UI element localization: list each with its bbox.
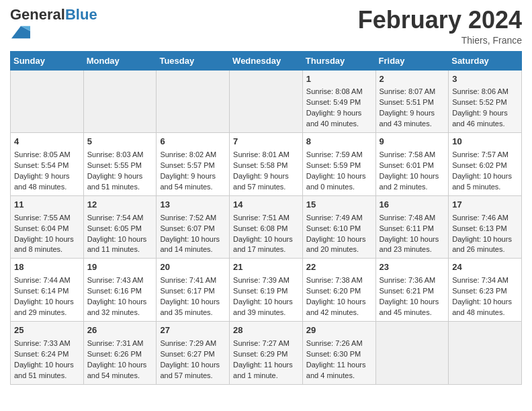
day-number: 2 bbox=[380, 73, 445, 86]
calendar-cell bbox=[230, 70, 303, 133]
day-number: 25 bbox=[14, 324, 80, 337]
day-info: Sunrise: 8:06 AMSunset: 5:52 PMDaylight:… bbox=[452, 87, 518, 130]
day-info: Sunrise: 7:34 AMSunset: 6:23 PMDaylight:… bbox=[452, 275, 518, 318]
day-info: Sunrise: 7:26 AMSunset: 6:30 PMDaylight:… bbox=[306, 338, 372, 381]
day-number: 1 bbox=[306, 73, 372, 86]
day-info: Sunrise: 7:54 AMSunset: 6:05 PMDaylight:… bbox=[87, 213, 153, 256]
day-number: 3 bbox=[452, 73, 518, 86]
calendar-cell: 4Sunrise: 8:05 AMSunset: 5:54 PMDaylight… bbox=[11, 133, 84, 196]
calendar-cell: 6Sunrise: 8:02 AMSunset: 5:57 PMDaylight… bbox=[157, 133, 230, 196]
calendar-cell bbox=[157, 70, 230, 133]
day-number: 7 bbox=[233, 136, 299, 148]
calendar-cell: 3Sunrise: 8:06 AMSunset: 5:52 PMDaylight… bbox=[449, 70, 522, 133]
day-number: 4 bbox=[14, 136, 80, 148]
day-number: 5 bbox=[87, 136, 153, 148]
calendar-cell: 27Sunrise: 7:29 AMSunset: 6:27 PMDayligh… bbox=[157, 321, 230, 384]
day-info: Sunrise: 7:43 AMSunset: 6:16 PMDaylight:… bbox=[87, 275, 153, 318]
day-info: Sunrise: 7:51 AMSunset: 6:08 PMDaylight:… bbox=[233, 213, 299, 256]
day-info: Sunrise: 8:07 AMSunset: 5:51 PMDaylight:… bbox=[380, 87, 445, 130]
day-number: 29 bbox=[306, 324, 372, 337]
calendar-cell: 21Sunrise: 7:39 AMSunset: 6:19 PMDayligh… bbox=[230, 259, 303, 322]
calendar-cell: 9Sunrise: 7:58 AMSunset: 6:01 PMDaylight… bbox=[375, 133, 449, 196]
day-info: Sunrise: 7:59 AMSunset: 5:59 PMDaylight:… bbox=[306, 150, 372, 193]
calendar-cell: 7Sunrise: 8:01 AMSunset: 5:58 PMDaylight… bbox=[230, 133, 303, 196]
day-number: 17 bbox=[452, 199, 518, 212]
calendar-cell bbox=[83, 70, 157, 133]
day-info: Sunrise: 8:03 AMSunset: 5:55 PMDaylight:… bbox=[87, 150, 153, 193]
header-day-friday: Friday bbox=[375, 51, 449, 70]
calendar-cell: 10Sunrise: 7:57 AMSunset: 6:02 PMDayligh… bbox=[449, 133, 522, 196]
day-info: Sunrise: 8:08 AMSunset: 5:49 PMDaylight:… bbox=[306, 87, 372, 130]
calendar-cell: 26Sunrise: 7:31 AMSunset: 6:26 PMDayligh… bbox=[83, 321, 157, 384]
day-info: Sunrise: 7:41 AMSunset: 6:17 PMDaylight:… bbox=[160, 275, 226, 318]
header-day-sunday: Sunday bbox=[11, 51, 84, 70]
header-day-wednesday: Wednesday bbox=[230, 51, 303, 70]
title-block: February 2024 Thiers, France bbox=[358, 7, 522, 46]
calendar-cell bbox=[375, 321, 449, 384]
calendar-cell: 11Sunrise: 7:55 AMSunset: 6:04 PMDayligh… bbox=[11, 195, 84, 259]
calendar-cell bbox=[11, 70, 84, 133]
month-title: February 2024 bbox=[358, 7, 522, 34]
day-number: 22 bbox=[306, 261, 372, 274]
day-number: 8 bbox=[306, 136, 372, 148]
week-row-4: 25Sunrise: 7:33 AMSunset: 6:24 PMDayligh… bbox=[11, 321, 522, 384]
day-info: Sunrise: 7:48 AMSunset: 6:11 PMDaylight:… bbox=[380, 213, 445, 256]
calendar-cell bbox=[449, 321, 522, 384]
day-info: Sunrise: 8:01 AMSunset: 5:58 PMDaylight:… bbox=[233, 150, 299, 193]
week-row-2: 11Sunrise: 7:55 AMSunset: 6:04 PMDayligh… bbox=[11, 195, 522, 259]
calendar-cell: 20Sunrise: 7:41 AMSunset: 6:17 PMDayligh… bbox=[157, 259, 230, 322]
day-number: 14 bbox=[233, 199, 299, 212]
logo-general-text: General bbox=[10, 6, 65, 23]
calendar-cell: 17Sunrise: 7:46 AMSunset: 6:13 PMDayligh… bbox=[449, 195, 522, 259]
day-number: 15 bbox=[306, 199, 372, 212]
day-number: 27 bbox=[160, 324, 226, 337]
calendar-cell: 19Sunrise: 7:43 AMSunset: 6:16 PMDayligh… bbox=[83, 259, 157, 322]
day-info: Sunrise: 7:36 AMSunset: 6:21 PMDaylight:… bbox=[380, 275, 445, 318]
week-row-1: 4Sunrise: 8:05 AMSunset: 5:54 PMDaylight… bbox=[11, 133, 522, 196]
day-number: 24 bbox=[452, 261, 518, 274]
calendar-cell: 16Sunrise: 7:48 AMSunset: 6:11 PMDayligh… bbox=[375, 195, 449, 259]
day-number: 10 bbox=[452, 136, 518, 148]
calendar-cell: 13Sunrise: 7:52 AMSunset: 6:07 PMDayligh… bbox=[157, 195, 230, 259]
calendar-cell: 28Sunrise: 7:27 AMSunset: 6:29 PMDayligh… bbox=[230, 321, 303, 384]
calendar-header: SundayMondayTuesdayWednesdayThursdayFrid… bbox=[11, 51, 522, 70]
page-header: GeneralBlue February 2024 Thiers, France bbox=[10, 7, 522, 46]
week-row-0: 1Sunrise: 8:08 AMSunset: 5:49 PMDaylight… bbox=[11, 70, 522, 133]
calendar-cell: 5Sunrise: 8:03 AMSunset: 5:55 PMDaylight… bbox=[83, 133, 157, 196]
day-number: 19 bbox=[87, 261, 153, 274]
day-info: Sunrise: 7:46 AMSunset: 6:13 PMDaylight:… bbox=[452, 213, 518, 256]
calendar-cell: 8Sunrise: 7:59 AMSunset: 5:59 PMDaylight… bbox=[302, 133, 375, 196]
header-day-tuesday: Tuesday bbox=[157, 51, 230, 70]
day-number: 20 bbox=[160, 261, 226, 274]
day-info: Sunrise: 7:52 AMSunset: 6:07 PMDaylight:… bbox=[160, 213, 226, 256]
day-number: 16 bbox=[380, 199, 445, 212]
calendar-cell: 24Sunrise: 7:34 AMSunset: 6:23 PMDayligh… bbox=[449, 259, 522, 322]
day-info: Sunrise: 7:29 AMSunset: 6:27 PMDaylight:… bbox=[160, 338, 226, 381]
location: Thiers, France bbox=[358, 35, 522, 46]
logo-icon bbox=[11, 23, 30, 42]
day-number: 6 bbox=[160, 136, 226, 148]
week-row-3: 18Sunrise: 7:44 AMSunset: 6:14 PMDayligh… bbox=[11, 259, 522, 322]
day-info: Sunrise: 7:57 AMSunset: 6:02 PMDaylight:… bbox=[452, 150, 518, 193]
day-info: Sunrise: 7:39 AMSunset: 6:19 PMDaylight:… bbox=[233, 275, 299, 318]
calendar-cell: 23Sunrise: 7:36 AMSunset: 6:21 PMDayligh… bbox=[375, 259, 449, 322]
day-number: 26 bbox=[87, 324, 153, 337]
day-info: Sunrise: 7:27 AMSunset: 6:29 PMDaylight:… bbox=[233, 338, 299, 381]
calendar-cell: 22Sunrise: 7:38 AMSunset: 6:20 PMDayligh… bbox=[302, 259, 375, 322]
day-info: Sunrise: 7:49 AMSunset: 6:10 PMDaylight:… bbox=[306, 213, 372, 256]
calendar-cell: 15Sunrise: 7:49 AMSunset: 6:10 PMDayligh… bbox=[302, 195, 375, 259]
calendar-cell: 18Sunrise: 7:44 AMSunset: 6:14 PMDayligh… bbox=[11, 259, 84, 322]
header-day-monday: Monday bbox=[83, 51, 157, 70]
day-number: 9 bbox=[380, 136, 445, 148]
calendar-body: 1Sunrise: 8:08 AMSunset: 5:49 PMDaylight… bbox=[11, 70, 522, 384]
day-info: Sunrise: 7:31 AMSunset: 6:26 PMDaylight:… bbox=[87, 338, 153, 381]
day-number: 11 bbox=[14, 199, 80, 212]
day-info: Sunrise: 7:33 AMSunset: 6:24 PMDaylight:… bbox=[14, 338, 80, 381]
day-info: Sunrise: 7:44 AMSunset: 6:14 PMDaylight:… bbox=[14, 275, 80, 318]
calendar-cell: 14Sunrise: 7:51 AMSunset: 6:08 PMDayligh… bbox=[230, 195, 303, 259]
calendar-cell: 12Sunrise: 7:54 AMSunset: 6:05 PMDayligh… bbox=[83, 195, 157, 259]
day-info: Sunrise: 7:55 AMSunset: 6:04 PMDaylight:… bbox=[14, 213, 80, 256]
header-row: SundayMondayTuesdayWednesdayThursdayFrid… bbox=[11, 51, 522, 70]
day-number: 21 bbox=[233, 261, 299, 274]
day-number: 28 bbox=[233, 324, 299, 337]
